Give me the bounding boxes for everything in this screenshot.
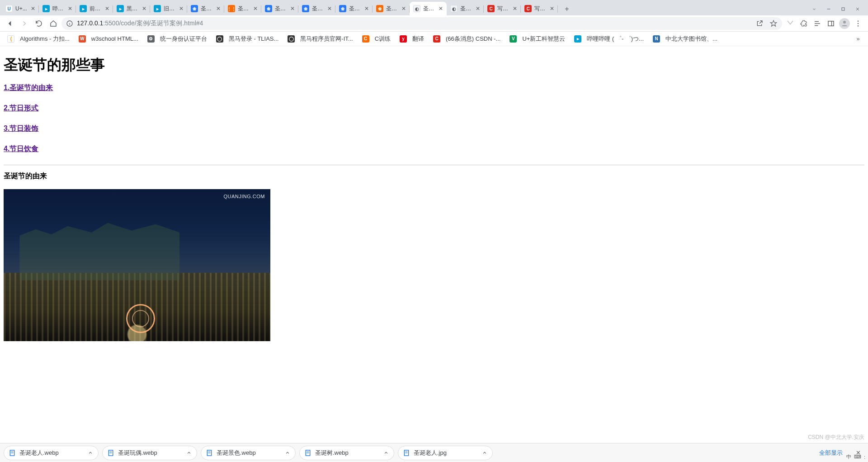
browser-tab[interactable]: ⋮⋮圣诞...✕	[224, 2, 261, 15]
browser-chrome: UU+...✕▸哔哩...✕▸前端...✕▸黑马...✕▸旧版...✕❀圣诞..…	[0, 0, 868, 46]
favicon-icon: ◐	[413, 5, 420, 12]
bookmarks-overflow-button[interactable]: »	[852, 33, 864, 45]
bookmark-favicon-icon: V	[509, 35, 517, 43]
back-button[interactable]	[4, 17, 16, 30]
share-icon[interactable]	[756, 20, 763, 27]
bookmark-item[interactable]: CC训练	[359, 33, 394, 45]
page-title: 圣诞节的那些事	[4, 55, 864, 75]
bookmark-item[interactable]: ◯黑马登录 - TLIAS...	[212, 33, 283, 45]
new-tab-button[interactable]: +	[561, 3, 573, 15]
tab-title: 前端...	[90, 5, 102, 13]
tab-close-button[interactable]: ✕	[289, 5, 296, 12]
favicon-icon: ▸	[42, 5, 50, 12]
tab-close-button[interactable]: ✕	[363, 5, 370, 12]
browser-tab[interactable]: C写文...✕	[484, 2, 521, 15]
avatar-icon	[839, 18, 850, 29]
toc-link-2[interactable]: 2.节日形式	[4, 104, 864, 113]
svg-point-8	[858, 20, 859, 21]
tab-close-button[interactable]: ✕	[178, 5, 184, 12]
reload-button[interactable]	[33, 17, 45, 30]
sidepanel-button[interactable]	[825, 17, 837, 30]
bookmark-favicon-icon: C	[433, 35, 440, 43]
minimize-button[interactable]	[822, 3, 835, 15]
extension-icon[interactable]	[784, 17, 797, 30]
bookmark-item[interactable]: ▸哔哩哔哩 ( ゜- ゜)つ...	[571, 33, 647, 45]
toc-link-4[interactable]: 4.节日饮食	[4, 144, 864, 154]
browser-tab[interactable]: C写文...✕	[521, 2, 558, 15]
tab-close-button[interactable]: ✕	[104, 5, 110, 12]
browser-tab[interactable]: ❀圣诞...✕	[298, 2, 335, 15]
bookmark-item[interactable]: ⚙统一身份认证平台	[144, 33, 211, 45]
bookmark-star-icon[interactable]	[769, 19, 778, 28]
tab-close-button[interactable]: ✕	[215, 5, 222, 12]
browser-tab[interactable]: ▸旧版...✕	[150, 2, 187, 15]
toc-link-1[interactable]: 1.圣诞节的由来	[4, 83, 864, 93]
home-icon	[49, 19, 57, 28]
bookmark-favicon-icon: C	[362, 35, 369, 43]
browser-tab[interactable]: ▸黑马...✕	[113, 2, 150, 15]
browser-tab[interactable]: UU+...✕	[2, 2, 39, 15]
favicon-icon: ⋮⋮	[228, 5, 235, 12]
close-window-button[interactable]	[851, 3, 864, 15]
reload-icon	[35, 19, 43, 28]
extensions-button[interactable]	[797, 17, 810, 30]
bookmark-favicon-icon: N	[653, 35, 660, 43]
site-info-icon	[66, 20, 73, 27]
tab-title: 写文...	[497, 5, 510, 13]
address-bar[interactable]: 127.0.0.1:5500/code/案例/圣诞节案例.html#4	[61, 17, 782, 30]
bookmark-item[interactable]: Ww3school HTML...	[75, 33, 142, 45]
browser-tab[interactable]: ▸前端...✕	[76, 2, 113, 15]
chrome-menu-button[interactable]	[852, 17, 864, 30]
home-button[interactable]	[47, 17, 60, 30]
tab-title: 圣诞...	[201, 5, 213, 13]
reading-list-button[interactable]	[811, 17, 824, 30]
tab-close-button[interactable]: ✕	[252, 5, 259, 12]
tab-close-button[interactable]: ✕	[438, 5, 444, 12]
bookmark-item[interactable]: ◯黑马程序员官网-IT...	[284, 33, 356, 45]
bookmark-item[interactable]: y翻译	[396, 33, 428, 45]
tab-close-button[interactable]: ✕	[512, 5, 518, 12]
toc-link-3[interactable]: 3.节日装饰	[4, 124, 864, 133]
article-image: QUANJING.COM	[4, 189, 270, 341]
svg-point-9	[858, 23, 859, 24]
browser-tab[interactable]: ◐圣诞...✕	[447, 2, 484, 15]
profile-button[interactable]	[838, 17, 851, 30]
section-heading-origin: 圣诞节的由来	[4, 171, 864, 181]
browser-tab[interactable]: ◐圣诞...✕	[410, 2, 447, 15]
favicon-icon: ▸	[117, 5, 124, 12]
tab-close-button[interactable]: ✕	[326, 5, 333, 12]
browser-tab[interactable]: ❀圣诞...✕	[261, 2, 298, 15]
tab-search-button[interactable]	[807, 3, 821, 15]
browser-tab[interactable]: ❀圣诞...✕	[187, 2, 224, 15]
maximize-button[interactable]	[836, 3, 850, 15]
tab-close-button[interactable]: ✕	[67, 5, 73, 12]
favicon-icon: ❀	[302, 5, 309, 12]
window-controls	[807, 3, 866, 15]
toolbar: 127.0.0.1:5500/code/案例/圣诞节案例.html#4	[0, 15, 868, 32]
bookmark-label: 哔哩哔哩 ( ゜- ゜)つ...	[587, 35, 644, 43]
bookmark-item[interactable]: VU+新工科智慧云	[506, 33, 569, 45]
tab-close-button[interactable]: ✕	[30, 5, 36, 12]
forward-button[interactable]	[18, 17, 31, 30]
page-content: 圣诞节的那些事 1.圣诞节的由来 2.节日形式 3.节日装饰 4.节日饮食 圣诞…	[0, 46, 868, 345]
favicon-icon: ◐	[450, 5, 458, 12]
browser-tab[interactable]: ❀圣诞...✕	[335, 2, 373, 15]
bookmark-label: (66条消息) CSDN -...	[446, 35, 500, 43]
tab-close-button[interactable]: ✕	[401, 5, 407, 12]
tab-close-button[interactable]: ✕	[475, 5, 481, 12]
favicon-icon: ❀	[376, 5, 383, 12]
tab-title: 哔哩...	[52, 5, 65, 13]
bookmark-favicon-icon: y	[400, 35, 407, 43]
divider	[4, 165, 864, 165]
tab-close-button[interactable]: ✕	[141, 5, 147, 12]
tab-close-button[interactable]: ✕	[549, 5, 555, 12]
bookmark-item[interactable]: N中北大学图书馆、...	[649, 33, 721, 45]
favicon-icon: ❀	[191, 5, 198, 12]
bookmark-item[interactable]: C(66条消息) CSDN -...	[429, 33, 504, 45]
bookmark-item[interactable]: ⟨Algorithms - 力扣...	[4, 33, 73, 45]
browser-tab[interactable]: ❀圣诞...✕	[373, 2, 410, 15]
bookmark-favicon-icon: ◯	[288, 35, 295, 43]
page-viewport[interactable]: 圣诞节的那些事 1.圣诞节的由来 2.节日形式 3.节日装饰 4.节日饮食 圣诞…	[0, 46, 868, 443]
bookmark-favicon-icon: ⚙	[147, 35, 155, 43]
browser-tab[interactable]: ▸哔哩...✕	[39, 2, 76, 15]
